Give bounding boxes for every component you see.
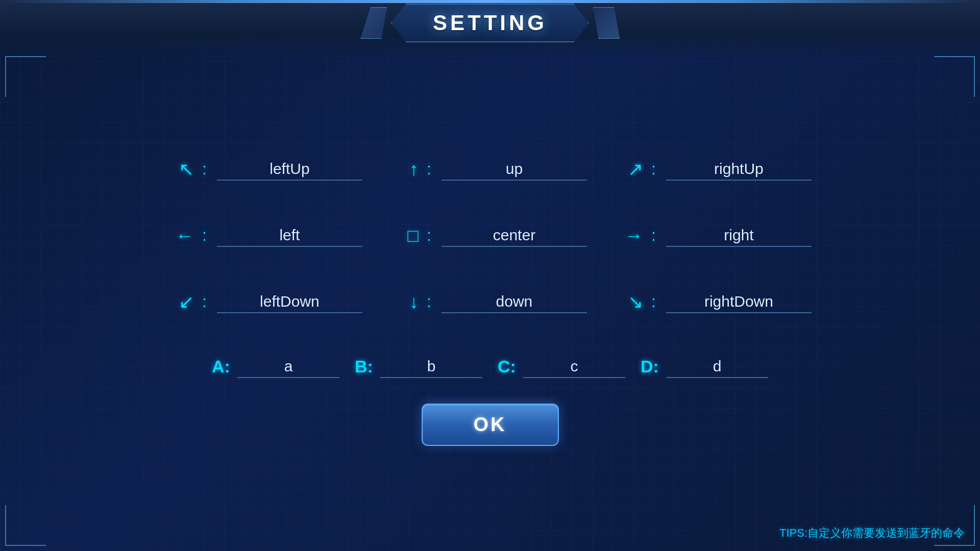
left-input[interactable] (217, 224, 362, 247)
direction-item-right: →: (618, 208, 812, 264)
leftUp-icon: ↖ (168, 159, 194, 180)
down-colon: : (427, 292, 431, 311)
right-colon: : (651, 226, 656, 245)
title-background: SETTING (391, 4, 589, 42)
ok-button[interactable]: OK (422, 404, 559, 446)
rightDown-input[interactable] (666, 291, 812, 313)
leftDown-colon: : (202, 292, 207, 311)
direction-item-leftUp: ↖: (168, 141, 362, 197)
leftDown-input[interactable] (217, 291, 362, 313)
direction-item-rightDown: ↘: (618, 274, 812, 330)
left-colon: : (202, 226, 207, 245)
main-content: ↖:↑:↗:←:□:→:↙:↓:↘: A:B:C:D: OK (0, 66, 980, 551)
down-input[interactable] (442, 291, 587, 313)
btnC-input[interactable] (523, 356, 625, 378)
rightUp-input[interactable] (666, 158, 812, 181)
tips-text: TIPS:自定义你需要发送到蓝牙的命令 (779, 525, 965, 541)
center-colon: : (427, 226, 431, 245)
leftDown-icon: ↙ (168, 291, 194, 313)
btnA-label: A: (212, 357, 232, 377)
button-item-btnC: C: (498, 356, 625, 378)
direction-item-up: ↑: (393, 141, 587, 197)
btnD-input[interactable] (666, 356, 768, 378)
up-colon: : (427, 160, 431, 179)
leftUp-colon: : (202, 160, 207, 179)
btnB-label: B: (355, 357, 375, 377)
rightDown-icon: ↘ (618, 291, 643, 313)
title-panel: SETTING (391, 4, 589, 42)
rightDown-colon: : (651, 292, 656, 311)
rightUp-colon: : (651, 160, 656, 179)
direction-item-center: □: (393, 208, 587, 264)
direction-item-rightUp: ↗: (618, 141, 812, 197)
direction-item-leftDown: ↙: (168, 274, 362, 330)
button-row: A:B:C:D: (212, 356, 768, 378)
header: SETTING (0, 0, 980, 56)
button-item-btnD: D: (641, 356, 768, 378)
direction-item-left: ←: (168, 208, 362, 264)
page-title: SETTING (433, 11, 547, 35)
btnC-label: C: (498, 357, 518, 377)
up-icon: ↑ (393, 159, 419, 180)
button-item-btnB: B: (355, 356, 482, 378)
rightUp-icon: ↗ (618, 159, 643, 180)
direction-item-down: ↓: (393, 274, 587, 330)
leftUp-input[interactable] (217, 158, 362, 181)
right-icon: → (618, 225, 643, 246)
down-icon: ↓ (393, 291, 419, 313)
btnD-label: D: (641, 357, 661, 377)
btnB-input[interactable] (380, 356, 482, 378)
up-input[interactable] (442, 158, 587, 181)
btnA-input[interactable] (237, 356, 339, 378)
button-item-btnA: A: (212, 356, 339, 378)
center-input[interactable] (442, 224, 587, 247)
center-icon: □ (393, 225, 419, 246)
left-icon: ← (168, 225, 194, 246)
right-input[interactable] (666, 224, 812, 247)
direction-grid: ↖:↑:↗:←:□:→:↙:↓:↘: (168, 141, 812, 330)
